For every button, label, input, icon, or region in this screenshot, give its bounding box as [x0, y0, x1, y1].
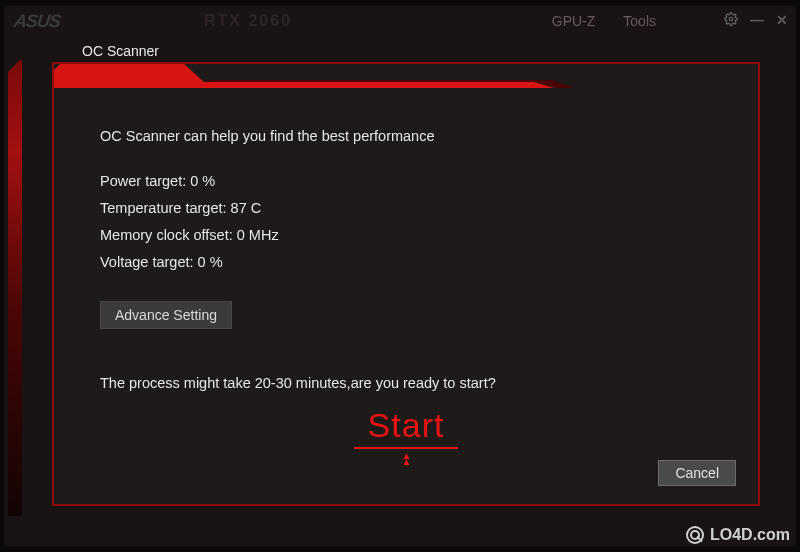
titlebar: ASUS RTX 2060 GPU-Z Tools — ✕ [4, 6, 796, 36]
param-power-label: Power target: [100, 173, 186, 189]
param-mem-value: 0 MHz [237, 227, 279, 243]
window-controls: — ✕ [724, 12, 788, 29]
dialog-title: OC Scanner [82, 43, 159, 59]
dialog-intro-text: OC Scanner can help you find the best pe… [100, 126, 712, 147]
minimize-icon[interactable]: — [750, 12, 764, 29]
advance-setting-button[interactable]: Advance Setting [100, 301, 232, 329]
param-voltage: Voltage target: 0 % [100, 252, 712, 273]
confirm-text: The process might take 20-30 minutes,are… [100, 373, 712, 394]
asus-logo: ASUS [13, 11, 62, 32]
param-memory-clock: Memory clock offset: 0 MHz [100, 225, 712, 246]
svg-marker-1 [54, 64, 554, 88]
left-accent-bar [8, 60, 22, 516]
chevron-up-icon: ▲▲ [54, 453, 758, 465]
param-power-value: 0 % [190, 173, 215, 189]
params-list: Power target: 0 % Temperature target: 87… [100, 171, 712, 273]
param-temp-label: Temperature target: [100, 200, 227, 216]
dialog-header-shape [54, 64, 574, 88]
gpu-model-label: RTX 2060 [204, 12, 292, 30]
param-temperature: Temperature target: 87 C [100, 198, 712, 219]
tab-gpuz[interactable]: GPU-Z [552, 13, 596, 29]
tab-group: GPU-Z Tools [552, 13, 656, 29]
main-window: ASUS RTX 2060 GPU-Z Tools — ✕ [4, 6, 796, 546]
dialog-body: OC Scanner can help you find the best pe… [54, 92, 758, 394]
tab-tools[interactable]: Tools [623, 13, 656, 29]
close-icon[interactable]: ✕ [776, 12, 788, 29]
param-power: Power target: 0 % [100, 171, 712, 192]
param-volt-value: 0 % [198, 254, 223, 270]
start-area: Start ▲▲ [54, 406, 758, 465]
param-mem-label: Memory clock offset: [100, 227, 233, 243]
dialog-header: OC Scanner [68, 40, 187, 64]
cancel-button[interactable]: Cancel [658, 460, 736, 486]
svg-point-0 [729, 17, 733, 21]
param-volt-label: Voltage target: [100, 254, 194, 270]
app-root: ASUS RTX 2060 GPU-Z Tools — ✕ [0, 0, 800, 552]
settings-icon[interactable] [724, 12, 738, 29]
start-button[interactable]: Start [354, 406, 459, 449]
param-temp-value: 87 C [231, 200, 262, 216]
oc-scanner-dialog: OC Scanner OC Scanner can help you find … [52, 62, 760, 506]
